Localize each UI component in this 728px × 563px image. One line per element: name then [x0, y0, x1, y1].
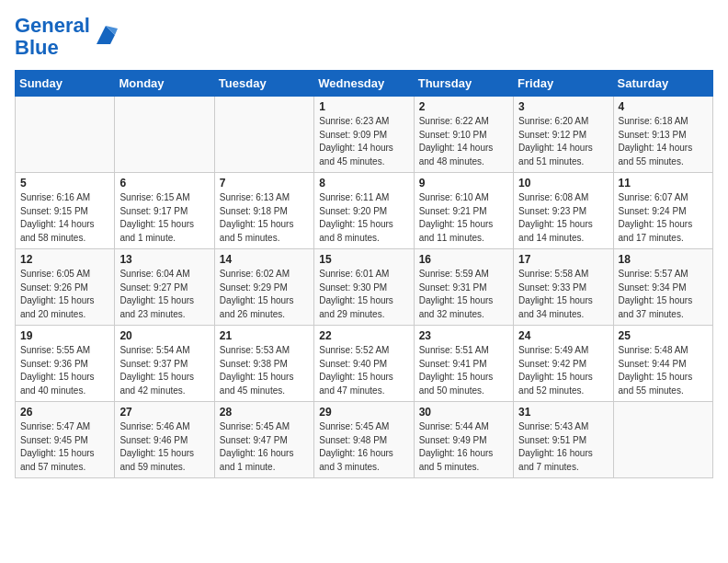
calendar-cell: 19 Sunrise: 5:55 AMSunset: 9:36 PMDaylig… — [16, 326, 115, 402]
day-number: 11 — [619, 177, 708, 190]
calendar-cell: 16 Sunrise: 5:59 AMSunset: 9:31 PMDaylig… — [414, 249, 513, 326]
day-number: 22 — [319, 329, 408, 342]
day-header-sunday: Sunday — [16, 71, 115, 97]
day-number: 5 — [20, 177, 109, 190]
calendar-cell: 30 Sunrise: 5:44 AMSunset: 9:49 PMDaylig… — [414, 402, 513, 478]
day-header-friday: Friday — [514, 71, 613, 97]
cell-info: Sunrise: 6:01 AMSunset: 9:30 PMDaylight:… — [319, 268, 408, 321]
day-number: 30 — [419, 406, 508, 419]
calendar-table: SundayMondayTuesdayWednesdayThursdayFrid… — [15, 70, 713, 478]
calendar-cell: 7 Sunrise: 6:13 AMSunset: 9:18 PMDayligh… — [214, 173, 313, 249]
cell-info: Sunrise: 5:44 AMSunset: 9:49 PMDaylight:… — [419, 420, 508, 474]
calendar-cell: 27 Sunrise: 5:46 AMSunset: 9:46 PMDaylig… — [115, 402, 214, 478]
day-number: 2 — [419, 100, 508, 113]
cell-info: Sunrise: 5:58 AMSunset: 9:33 PMDaylight:… — [518, 268, 608, 321]
day-number: 14 — [220, 253, 309, 266]
week-row-4: 19 Sunrise: 5:55 AMSunset: 9:36 PMDaylig… — [16, 326, 713, 402]
day-number: 3 — [518, 100, 608, 113]
calendar-cell: 2 Sunrise: 6:22 AMSunset: 9:10 PMDayligh… — [414, 97, 513, 173]
calendar-cell: 25 Sunrise: 5:48 AMSunset: 9:44 PMDaylig… — [613, 326, 712, 402]
cell-info: Sunrise: 6:13 AMSunset: 9:18 PMDaylight:… — [220, 191, 309, 245]
cell-info: Sunrise: 5:48 AMSunset: 9:44 PMDaylight:… — [619, 344, 708, 397]
day-number: 16 — [419, 253, 508, 266]
calendar-cell: 10 Sunrise: 6:08 AMSunset: 9:23 PMDaylig… — [514, 173, 613, 249]
cell-info: Sunrise: 6:22 AMSunset: 9:10 PMDaylight:… — [419, 115, 508, 168]
calendar-cell: 31 Sunrise: 5:43 AMSunset: 9:51 PMDaylig… — [514, 402, 613, 478]
day-number: 7 — [220, 177, 309, 190]
calendar-cell — [115, 97, 214, 173]
day-number: 31 — [518, 406, 608, 419]
calendar-cell: 4 Sunrise: 6:18 AMSunset: 9:13 PMDayligh… — [613, 97, 712, 173]
cell-info: Sunrise: 6:05 AMSunset: 9:26 PMDaylight:… — [20, 268, 109, 321]
day-number: 17 — [518, 253, 608, 266]
calendar-cell: 3 Sunrise: 6:20 AMSunset: 9:12 PMDayligh… — [514, 97, 613, 173]
logo-icon — [92, 21, 119, 49]
days-header-row: SundayMondayTuesdayWednesdayThursdayFrid… — [16, 71, 713, 97]
day-number: 12 — [20, 253, 109, 266]
day-number: 26 — [20, 406, 109, 419]
cell-info: Sunrise: 5:47 AMSunset: 9:45 PMDaylight:… — [20, 420, 109, 474]
cell-info: Sunrise: 6:15 AMSunset: 9:17 PMDaylight:… — [119, 191, 209, 245]
calendar-cell: 5 Sunrise: 6:16 AMSunset: 9:15 PMDayligh… — [16, 173, 115, 249]
calendar-cell: 1 Sunrise: 6:23 AMSunset: 9:09 PMDayligh… — [314, 97, 414, 173]
cell-info: Sunrise: 5:51 AMSunset: 9:41 PMDaylight:… — [419, 344, 508, 397]
calendar-cell: 6 Sunrise: 6:15 AMSunset: 9:17 PMDayligh… — [115, 173, 214, 249]
cell-info: Sunrise: 6:04 AMSunset: 9:27 PMDaylight:… — [119, 268, 209, 321]
calendar-cell: 26 Sunrise: 5:47 AMSunset: 9:45 PMDaylig… — [16, 402, 115, 478]
calendar-cell: 28 Sunrise: 5:45 AMSunset: 9:47 PMDaylig… — [214, 402, 313, 478]
day-number: 10 — [518, 177, 608, 190]
calendar-cell: 15 Sunrise: 6:01 AMSunset: 9:30 PMDaylig… — [314, 249, 414, 326]
cell-info: Sunrise: 5:57 AMSunset: 9:34 PMDaylight:… — [619, 268, 708, 321]
day-number: 27 — [119, 406, 209, 419]
calendar-cell: 13 Sunrise: 6:04 AMSunset: 9:27 PMDaylig… — [115, 249, 214, 326]
calendar-cell — [16, 97, 115, 173]
day-header-monday: Monday — [115, 71, 214, 97]
day-header-tuesday: Tuesday — [214, 71, 313, 97]
cell-info: Sunrise: 6:08 AMSunset: 9:23 PMDaylight:… — [518, 191, 608, 245]
cell-info: Sunrise: 5:54 AMSunset: 9:37 PMDaylight:… — [119, 344, 209, 397]
day-number: 23 — [419, 329, 508, 342]
day-number: 19 — [20, 329, 109, 342]
week-row-2: 5 Sunrise: 6:16 AMSunset: 9:15 PMDayligh… — [16, 173, 713, 249]
day-number: 18 — [619, 253, 708, 266]
cell-info: Sunrise: 5:55 AMSunset: 9:36 PMDaylight:… — [20, 344, 109, 397]
cell-info: Sunrise: 5:46 AMSunset: 9:46 PMDaylight:… — [119, 420, 209, 474]
day-number: 21 — [220, 329, 309, 342]
day-number: 25 — [619, 329, 708, 342]
calendar-cell: 14 Sunrise: 6:02 AMSunset: 9:29 PMDaylig… — [214, 249, 313, 326]
logo: GeneralBlue — [15, 15, 119, 59]
calendar-cell: 20 Sunrise: 5:54 AMSunset: 9:37 PMDaylig… — [115, 326, 214, 402]
day-number: 15 — [319, 253, 408, 266]
day-number: 6 — [119, 177, 209, 190]
week-row-1: 1 Sunrise: 6:23 AMSunset: 9:09 PMDayligh… — [16, 97, 713, 173]
calendar-cell: 17 Sunrise: 5:58 AMSunset: 9:33 PMDaylig… — [514, 249, 613, 326]
calendar-cell: 29 Sunrise: 5:45 AMSunset: 9:48 PMDaylig… — [314, 402, 414, 478]
cell-info: Sunrise: 6:18 AMSunset: 9:13 PMDaylight:… — [619, 115, 708, 168]
cell-info: Sunrise: 5:52 AMSunset: 9:40 PMDaylight:… — [319, 344, 408, 397]
logo-text: GeneralBlue — [15, 15, 90, 59]
day-number: 9 — [419, 177, 508, 190]
cell-info: Sunrise: 6:23 AMSunset: 9:09 PMDaylight:… — [319, 115, 408, 168]
calendar-cell: 11 Sunrise: 6:07 AMSunset: 9:24 PMDaylig… — [613, 173, 712, 249]
day-number: 1 — [319, 100, 408, 113]
day-number: 13 — [119, 253, 209, 266]
calendar-cell: 21 Sunrise: 5:53 AMSunset: 9:38 PMDaylig… — [214, 326, 313, 402]
day-number: 29 — [319, 406, 408, 419]
day-number: 4 — [619, 100, 708, 113]
page-header: GeneralBlue — [15, 15, 713, 59]
cell-info: Sunrise: 6:20 AMSunset: 9:12 PMDaylight:… — [518, 115, 608, 168]
calendar-cell — [214, 97, 313, 173]
calendar-cell: 23 Sunrise: 5:51 AMSunset: 9:41 PMDaylig… — [414, 326, 513, 402]
cell-info: Sunrise: 6:10 AMSunset: 9:21 PMDaylight:… — [419, 191, 508, 245]
day-header-saturday: Saturday — [613, 71, 712, 97]
cell-info: Sunrise: 6:16 AMSunset: 9:15 PMDaylight:… — [20, 191, 109, 245]
cell-info: Sunrise: 5:53 AMSunset: 9:38 PMDaylight:… — [220, 344, 309, 397]
week-row-5: 26 Sunrise: 5:47 AMSunset: 9:45 PMDaylig… — [16, 402, 713, 478]
calendar-cell: 18 Sunrise: 5:57 AMSunset: 9:34 PMDaylig… — [613, 249, 712, 326]
day-number: 24 — [518, 329, 608, 342]
week-row-3: 12 Sunrise: 6:05 AMSunset: 9:26 PMDaylig… — [16, 249, 713, 326]
cell-info: Sunrise: 6:02 AMSunset: 9:29 PMDaylight:… — [220, 268, 309, 321]
cell-info: Sunrise: 5:49 AMSunset: 9:42 PMDaylight:… — [518, 344, 608, 397]
day-header-wednesday: Wednesday — [314, 71, 414, 97]
cell-info: Sunrise: 5:59 AMSunset: 9:31 PMDaylight:… — [419, 268, 508, 321]
